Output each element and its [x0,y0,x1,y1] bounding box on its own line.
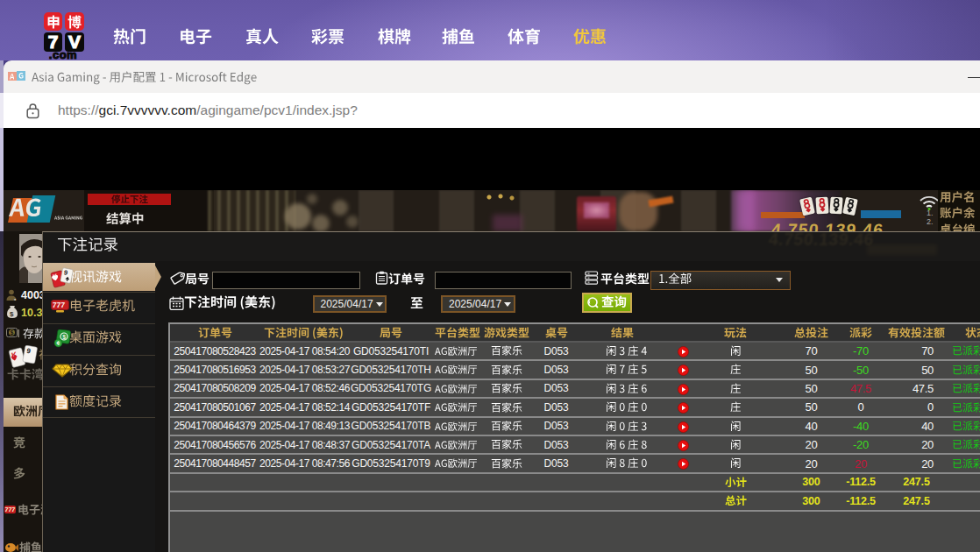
svg-text:777: 777 [52,301,65,309]
svg-text:*: * [14,297,17,302]
svg-text:777: 777 [4,506,15,513]
svg-text:¢: ¢ [57,340,60,346]
svg-text:$: $ [62,334,66,341]
svg-text:$: $ [11,329,14,336]
svg-text:$: $ [10,309,14,317]
